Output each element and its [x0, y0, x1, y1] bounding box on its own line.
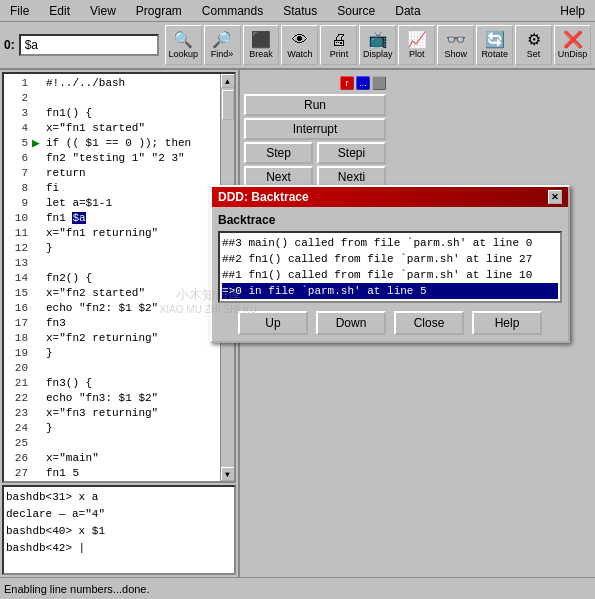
print-button[interactable]: 🖨 Print — [320, 25, 357, 65]
line-number: 1 — [6, 76, 28, 91]
line-number: 13 — [6, 256, 28, 271]
plot-button[interactable]: 📈 Plot — [398, 25, 435, 65]
dialog-down-button[interactable]: Down — [316, 311, 386, 335]
code-line: 22 echo "fn3: $1 $2" — [6, 391, 218, 406]
line-number: 16 — [6, 301, 28, 316]
menu-data[interactable]: Data — [389, 3, 426, 19]
display-label: Display — [363, 49, 393, 59]
dialog-close-button[interactable]: ✕ — [548, 190, 562, 204]
line-text: fn2() { — [46, 271, 92, 286]
blue-dot[interactable]: ... — [356, 76, 370, 90]
backtrace-dialog: DDD: Backtrace ✕ Backtrace ##3 main() ca… — [210, 185, 570, 343]
statusbar: Enabling line numbers...done. — [0, 577, 595, 599]
line-text: x="main" — [46, 451, 99, 466]
red-dot[interactable]: r — [340, 76, 354, 90]
undisp-button[interactable]: ❌ UnDisp — [554, 25, 591, 65]
line-number: 21 — [6, 376, 28, 391]
backtrace-entry-1[interactable]: ##2 fn1() called from file `parm.sh' at … — [222, 251, 558, 267]
dialog-up-button[interactable]: Up — [238, 311, 308, 335]
code-line: 13 — [6, 256, 218, 271]
menu-program[interactable]: Program — [130, 3, 188, 19]
menu-file[interactable]: File — [4, 3, 35, 19]
line-text: x="fn2 started" — [46, 286, 145, 301]
terminal-line: bashdb<31> x a — [6, 489, 232, 506]
set-button[interactable]: ⚙ Set — [515, 25, 552, 65]
code-line: 25 — [6, 436, 218, 451]
break-button[interactable]: ⬛ Break — [243, 25, 280, 65]
code-line: 3fn1() { — [6, 106, 218, 121]
gray-dot — [372, 76, 386, 90]
line-number: 22 — [6, 391, 28, 406]
code-line: 8 fi — [6, 181, 218, 196]
menu-source[interactable]: Source — [331, 3, 381, 19]
rotate-icon: 🔄 — [485, 32, 505, 48]
undisp-label: UnDisp — [558, 49, 588, 59]
menu-status[interactable]: Status — [277, 3, 323, 19]
line-text: fn2 "testing 1" "2 3" — [46, 151, 185, 166]
rotate-button[interactable]: 🔄 Rotate — [476, 25, 513, 65]
code-line: 15 x="fn2 started" — [6, 286, 218, 301]
toolbar: 0: 🔍 Lookup 🔎 Find» ⬛ Break 👁 Watch 🖨 Pr… — [0, 22, 595, 70]
show-label: Show — [444, 49, 467, 59]
dialog-titlebar[interactable]: DDD: Backtrace ✕ — [212, 187, 568, 207]
stepi-button[interactable]: Stepi — [317, 142, 386, 164]
line-text: fn1 $a — [46, 211, 86, 226]
line-number: 15 — [6, 286, 28, 301]
line-text: x="fn2 returning" — [46, 331, 158, 346]
code-line: 10 fn1 $a — [6, 211, 218, 226]
watch-button[interactable]: 👁 Watch — [281, 25, 318, 65]
code-line: 14fn2() { — [6, 271, 218, 286]
line-text: fi — [46, 181, 59, 196]
line-number: 27 — [6, 466, 28, 481]
code-text-area[interactable]: 1#!../../bash23fn1() {4 x="fn1 started"5… — [4, 74, 220, 481]
line-text: return — [46, 166, 86, 181]
find-button[interactable]: 🔎 Find» — [204, 25, 241, 65]
backtrace-entry-0[interactable]: ##3 main() called from file `parm.sh' at… — [222, 235, 558, 251]
undisp-icon: ❌ — [563, 32, 583, 48]
break-icon: ⬛ — [251, 32, 271, 48]
terminal-line: declare — a="4" — [6, 506, 232, 523]
print-icon: 🖨 — [331, 32, 347, 48]
scroll-up-arrow[interactable]: ▲ — [221, 74, 235, 88]
watch-icon: 👁 — [292, 32, 308, 48]
line-number: 7 — [6, 166, 28, 181]
display-button[interactable]: 📺 Display — [359, 25, 396, 65]
lookup-button[interactable]: 🔍 Lookup — [165, 25, 202, 65]
line-number: 10 — [6, 211, 28, 226]
step-button[interactable]: Step — [244, 142, 313, 164]
code-line: 5▶ if (( $1 == 0 )); then — [6, 136, 218, 151]
code-panel: 1#!../../bash23fn1() {4 x="fn1 started"5… — [2, 72, 236, 483]
rotate-label: Rotate — [481, 49, 508, 59]
scroll-thumb[interactable] — [222, 90, 234, 120]
line-number: 6 — [6, 151, 28, 166]
code-line: 24} — [6, 421, 218, 436]
expression-input[interactable] — [19, 34, 159, 56]
backtrace-entry-2[interactable]: ##1 fn1() called from file `parm.sh' at … — [222, 267, 558, 283]
menu-help[interactable]: Help — [554, 3, 591, 19]
show-button[interactable]: 👓 Show — [437, 25, 474, 65]
plot-label: Plot — [409, 49, 425, 59]
line-number: 9 — [6, 196, 28, 211]
line-number: 14 — [6, 271, 28, 286]
line-text: } — [46, 346, 53, 361]
dialog-buttons: Up Down Close Help — [218, 311, 562, 335]
dialog-help-button[interactable]: Help — [472, 311, 542, 335]
scroll-down-arrow[interactable]: ▼ — [221, 467, 235, 481]
line-text: fn1() { — [46, 106, 92, 121]
line-number: 17 — [6, 316, 28, 331]
line-number: 25 — [6, 436, 28, 451]
backtrace-entry-3[interactable]: =>0 in file `parm.sh' at line 5 — [222, 283, 558, 299]
dialog-close-btn[interactable]: Close — [394, 311, 464, 335]
backtrace-list[interactable]: ##3 main() called from file `parm.sh' at… — [218, 231, 562, 303]
menu-edit[interactable]: Edit — [43, 3, 76, 19]
run-button[interactable]: Run — [244, 94, 386, 116]
menu-commands[interactable]: Commands — [196, 3, 269, 19]
terminal-panel[interactable]: bashdb<31> x adeclare — a="4"bashdb<40> … — [2, 485, 236, 575]
line-text: echo "fn2: $1 $2" — [46, 301, 158, 316]
menu-view[interactable]: View — [84, 3, 122, 19]
interrupt-button[interactable]: Interrupt — [244, 118, 386, 140]
toolbar-input-area: 0: — [4, 34, 159, 56]
line-number: 19 — [6, 346, 28, 361]
code-line: 19} — [6, 346, 218, 361]
toolbar-label: 0: — [4, 38, 15, 52]
